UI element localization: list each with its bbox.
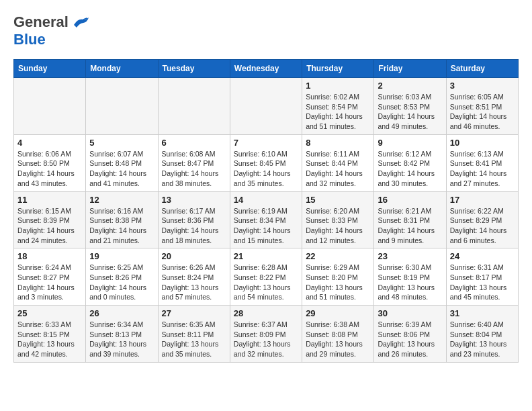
day-info: Sunrise: 6:20 AM Sunset: 8:33 PM Dayligh… [306,206,370,246]
day-info: Sunrise: 6:37 AM Sunset: 8:09 PM Dayligh… [234,320,298,359]
day-info: Sunrise: 6:03 AM Sunset: 8:53 PM Dayligh… [378,92,442,132]
calendar-cell: 1Sunrise: 6:02 AM Sunset: 8:54 PM Daylig… [302,78,374,135]
calendar-cell: 15Sunrise: 6:20 AM Sunset: 8:33 PM Dayli… [302,191,374,248]
day-number: 29 [306,308,370,318]
weekday-header-tuesday: Tuesday [158,60,230,78]
day-info: Sunrise: 6:30 AM Sunset: 8:19 PM Dayligh… [378,263,442,302]
day-info: Sunrise: 6:29 AM Sunset: 8:20 PM Dayligh… [306,263,370,302]
calendar-cell: 18Sunrise: 6:24 AM Sunset: 8:27 PM Dayli… [14,248,86,306]
calendar-cell: 13Sunrise: 6:17 AM Sunset: 8:36 PM Dayli… [158,191,230,248]
day-number: 11 [17,195,82,205]
day-number: 13 [162,195,226,205]
day-number: 30 [378,308,442,318]
logo: General Blue [13,13,90,48]
calendar-cell [158,78,230,135]
calendar-cell: 11Sunrise: 6:15 AM Sunset: 8:39 PM Dayli… [14,191,86,248]
day-number: 9 [378,138,442,148]
page-header: General Blue [13,13,519,48]
weekday-header-thursday: Thursday [302,60,374,78]
calendar-cell: 22Sunrise: 6:29 AM Sunset: 8:20 PM Dayli… [302,248,374,306]
day-info: Sunrise: 6:26 AM Sunset: 8:24 PM Dayligh… [162,263,226,302]
day-info: Sunrise: 6:13 AM Sunset: 8:41 PM Dayligh… [450,149,515,189]
calendar-week-row: 4Sunrise: 6:06 AM Sunset: 8:50 PM Daylig… [14,134,519,191]
calendar-cell: 3Sunrise: 6:05 AM Sunset: 8:51 PM Daylig… [446,78,518,135]
calendar-cell: 31Sunrise: 6:40 AM Sunset: 8:04 PM Dayli… [446,306,518,363]
day-number: 24 [450,251,515,261]
day-number: 8 [306,138,370,148]
day-number: 2 [378,81,442,91]
day-info: Sunrise: 6:38 AM Sunset: 8:08 PM Dayligh… [306,320,370,359]
calendar-cell: 17Sunrise: 6:22 AM Sunset: 8:29 PM Dayli… [446,191,518,248]
calendar-cell: 14Sunrise: 6:19 AM Sunset: 8:34 PM Dayli… [230,191,302,248]
day-number: 3 [450,81,515,91]
calendar-week-row: 11Sunrise: 6:15 AM Sunset: 8:39 PM Dayli… [14,191,519,248]
day-info: Sunrise: 6:28 AM Sunset: 8:22 PM Dayligh… [234,263,298,302]
weekday-header-saturday: Saturday [446,60,518,78]
day-info: Sunrise: 6:10 AM Sunset: 8:45 PM Dayligh… [234,149,298,189]
day-info: Sunrise: 6:05 AM Sunset: 8:51 PM Dayligh… [450,92,515,132]
calendar-cell: 25Sunrise: 6:33 AM Sunset: 8:15 PM Dayli… [14,306,86,363]
day-number: 17 [450,195,515,205]
day-info: Sunrise: 6:15 AM Sunset: 8:39 PM Dayligh… [17,206,82,246]
day-info: Sunrise: 6:35 AM Sunset: 8:11 PM Dayligh… [162,320,226,359]
calendar-cell: 27Sunrise: 6:35 AM Sunset: 8:11 PM Dayli… [158,306,230,363]
day-info: Sunrise: 6:24 AM Sunset: 8:27 PM Dayligh… [17,263,82,302]
calendar-cell: 23Sunrise: 6:30 AM Sunset: 8:19 PM Dayli… [374,248,446,306]
day-info: Sunrise: 6:33 AM Sunset: 8:15 PM Dayligh… [17,320,82,359]
day-info: Sunrise: 6:07 AM Sunset: 8:48 PM Dayligh… [89,149,154,189]
day-number: 27 [162,308,226,318]
header-row: SundayMondayTuesdayWednesdayThursdayFrid… [14,60,519,78]
calendar-cell: 30Sunrise: 6:39 AM Sunset: 8:06 PM Dayli… [374,306,446,363]
day-number: 6 [162,138,226,148]
day-number: 4 [17,138,82,148]
day-info: Sunrise: 6:06 AM Sunset: 8:50 PM Dayligh… [17,149,82,189]
day-info: Sunrise: 6:11 AM Sunset: 8:44 PM Dayligh… [306,149,370,189]
calendar-week-row: 18Sunrise: 6:24 AM Sunset: 8:27 PM Dayli… [14,248,519,306]
weekday-header-friday: Friday [374,60,446,78]
calendar-cell: 9Sunrise: 6:12 AM Sunset: 8:42 PM Daylig… [374,134,446,191]
calendar-cell: 26Sunrise: 6:34 AM Sunset: 8:13 PM Dayli… [86,306,158,363]
calendar-cell: 28Sunrise: 6:37 AM Sunset: 8:09 PM Dayli… [230,306,302,363]
logo-bird-icon [71,15,90,29]
day-number: 12 [89,195,154,205]
day-number: 28 [234,308,298,318]
day-number: 21 [234,251,298,261]
weekday-header-monday: Monday [86,60,158,78]
day-number: 15 [306,195,370,205]
day-number: 26 [89,308,154,318]
day-number: 20 [162,251,226,261]
calendar-cell: 8Sunrise: 6:11 AM Sunset: 8:44 PM Daylig… [302,134,374,191]
day-info: Sunrise: 6:25 AM Sunset: 8:26 PM Dayligh… [89,263,154,302]
day-info: Sunrise: 6:17 AM Sunset: 8:36 PM Dayligh… [162,206,226,246]
calendar-cell: 16Sunrise: 6:21 AM Sunset: 8:31 PM Dayli… [374,191,446,248]
day-info: Sunrise: 6:40 AM Sunset: 8:04 PM Dayligh… [450,320,515,359]
weekday-header-sunday: Sunday [14,60,86,78]
day-number: 25 [17,308,82,318]
day-number: 18 [17,251,82,261]
calendar-cell: 29Sunrise: 6:38 AM Sunset: 8:08 PM Dayli… [302,306,374,363]
day-info: Sunrise: 6:19 AM Sunset: 8:34 PM Dayligh… [234,206,298,246]
calendar-week-row: 25Sunrise: 6:33 AM Sunset: 8:15 PM Dayli… [14,306,519,363]
logo-general-text: General [13,13,69,31]
calendar-week-row: 1Sunrise: 6:02 AM Sunset: 8:54 PM Daylig… [14,78,519,135]
day-number: 31 [450,308,515,318]
day-number: 1 [306,81,370,91]
calendar-cell: 7Sunrise: 6:10 AM Sunset: 8:45 PM Daylig… [230,134,302,191]
day-number: 10 [450,138,515,148]
calendar-cell [14,78,86,135]
day-info: Sunrise: 6:12 AM Sunset: 8:42 PM Dayligh… [378,149,442,189]
calendar-cell: 24Sunrise: 6:31 AM Sunset: 8:17 PM Dayli… [446,248,518,306]
day-info: Sunrise: 6:31 AM Sunset: 8:17 PM Dayligh… [450,263,515,302]
day-info: Sunrise: 6:22 AM Sunset: 8:29 PM Dayligh… [450,206,515,246]
calendar-cell: 5Sunrise: 6:07 AM Sunset: 8:48 PM Daylig… [86,134,158,191]
calendar-cell: 2Sunrise: 6:03 AM Sunset: 8:53 PM Daylig… [374,78,446,135]
calendar-cell [86,78,158,135]
calendar-cell: 4Sunrise: 6:06 AM Sunset: 8:50 PM Daylig… [14,134,86,191]
day-number: 23 [378,251,442,261]
calendar-cell: 19Sunrise: 6:25 AM Sunset: 8:26 PM Dayli… [86,248,158,306]
calendar-cell [230,78,302,135]
day-number: 22 [306,251,370,261]
calendar-cell: 10Sunrise: 6:13 AM Sunset: 8:41 PM Dayli… [446,134,518,191]
day-info: Sunrise: 6:02 AM Sunset: 8:54 PM Dayligh… [306,92,370,132]
day-number: 19 [89,251,154,261]
